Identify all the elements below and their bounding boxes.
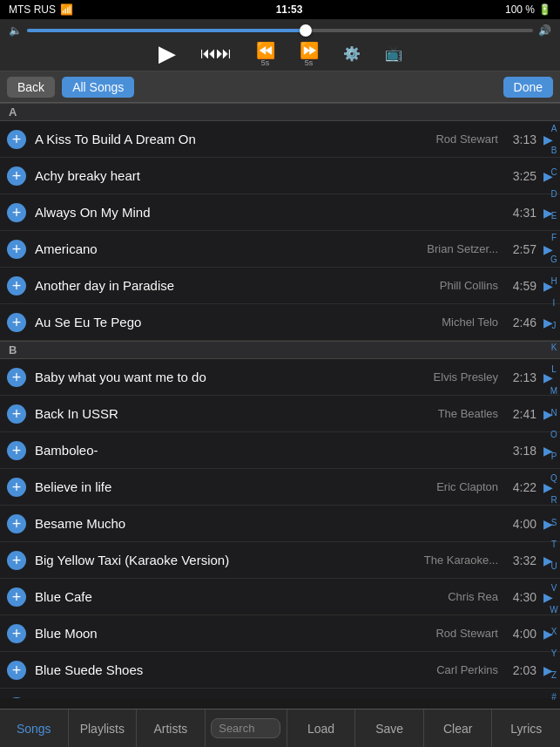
alpha-letter-c[interactable]: C [550,168,557,177]
song-row[interactable]: +Back In USSRThe Beatles2:41▶ [0,396,560,432]
song-duration: 3:18 [507,444,536,458]
alpha-letter-v[interactable]: V [551,584,557,593]
alpha-letter-h[interactable]: H [550,277,557,286]
tab-save[interactable]: Save [355,710,424,747]
song-title: Another day in Paradise [35,278,440,293]
skip-back-button[interactable]: ⏪ [256,41,275,60]
add-song-button[interactable]: + [7,313,26,332]
alpha-letter-e[interactable]: E [551,212,557,221]
alpha-letter-a[interactable]: A [551,125,557,133]
alpha-letter-g[interactable]: G [550,255,557,264]
song-duration: 4:59 [507,279,536,293]
song-row[interactable]: +Au Se Eu Te PegoMichel Telo2:46▶ [0,304,560,341]
tab-lyrics[interactable]: Lyrics [492,710,560,747]
song-list[interactable]: A+A Kiss To Build A Dream OnRod Stewart3… [0,103,560,698]
done-button[interactable]: Done [503,77,553,98]
song-row[interactable]: +Bamboleo-3:18▶ [0,432,560,469]
alpha-letter-d[interactable]: D [550,190,557,199]
battery-icon: 🔋 [538,3,551,16]
add-song-button[interactable]: + [7,661,26,680]
song-title: Believe in life [35,479,436,494]
add-song-button[interactable]: + [7,478,26,497]
add-song-button[interactable]: + [7,587,26,607]
alpha-letter-p[interactable]: P [551,452,557,461]
alpha-letter-s[interactable]: S [551,519,557,527]
add-song-button[interactable]: + [7,130,26,149]
tab-songs[interactable]: Songs [0,710,69,747]
alpha-letter-b[interactable]: B [551,146,557,155]
status-left: MTS RUS 📶 [9,3,73,16]
song-row[interactable]: +Blue MoonRod Stewart4:00▶ [0,615,560,652]
skip-forward-button[interactable]: ⏩ [300,41,319,60]
alpha-letter-t[interactable]: T [551,540,557,549]
alpha-letter-l[interactable]: L [551,365,557,374]
tab-artists[interactable]: Artists [137,710,206,747]
progress-thumb [300,24,312,37]
alpha-letter-i[interactable]: I [553,299,556,308]
all-songs-button[interactable]: All Songs [62,77,134,98]
search-input[interactable] [211,718,280,738]
alpha-letter-u[interactable]: U [550,562,557,571]
song-title: Big Yellow Taxi (Karaoke Version) [35,553,424,567]
alpha-letter-j[interactable]: J [552,322,557,330]
song-row[interactable]: +Besame Mucho4:00▶ [0,506,560,542]
song-row[interactable]: +Always On My Mind4:31▶ [0,194,560,231]
alpha-letter-k[interactable]: K [551,343,557,352]
song-row[interactable]: +AmericanoBrian Setzer...2:57▶ [0,231,560,268]
song-row[interactable]: +Believe in lifeEric Clapton4:22▶ [0,469,560,506]
add-song-button[interactable]: + [7,166,26,186]
add-song-button[interactable]: + [7,697,26,699]
play-pause-button[interactable]: ⏮⏭ [200,44,232,63]
song-title: Always On My Mind [35,205,507,220]
tab-playlists[interactable]: Playlists [69,710,138,747]
tab-clear-label: Clear [443,722,472,736]
alpha-letter-m[interactable]: M [550,387,557,396]
song-artist: Brian Setzer... [427,242,498,255]
song-row[interactable]: +Baby what you want me to doElvis Presle… [0,359,560,396]
add-song-button[interactable]: + [7,551,26,570]
song-row[interactable]: +Big Yellow Taxi (Karaoke Version)The Ka… [0,542,560,579]
song-row[interactable]: +But Not For MeRod Stewart3:21▶ [0,689,560,698]
volume-max-icon: 🔊 [538,24,551,37]
alpha-letter-#[interactable]: # [551,693,557,702]
airplay-button[interactable]: 📺 [385,45,402,62]
alpha-letter-z[interactable]: Z [551,671,557,680]
alpha-letter-r[interactable]: R [550,496,557,505]
tab-bar: Songs Playlists Artists Load Save Clear … [0,709,560,747]
add-song-button[interactable]: + [7,514,26,533]
add-song-button[interactable]: + [7,203,26,222]
song-artist: Chris Rea [448,590,498,603]
song-artist: Rod Stewart [435,132,498,146]
song-duration: 4:00 [507,627,536,641]
song-row[interactable]: +Blue Suede ShoesCarl Perkins2:03▶ [0,652,560,689]
alpha-letter-y[interactable]: Y [551,649,557,658]
song-duration: 2:13 [507,370,536,384]
play-button[interactable]: ▶ [159,40,176,67]
skip-forward-label: 5s [305,58,314,67]
alpha-letter-n[interactable]: N [550,409,557,418]
song-title: Baby what you want me to do [35,370,434,384]
back-button[interactable]: Back [7,77,55,98]
song-row[interactable]: +Another day in ParadisePhill Collins4:5… [0,268,560,304]
song-duration: 3:25 [507,169,536,183]
alpha-letter-w[interactable]: W [550,606,557,615]
settings-button[interactable]: ⚙️ [343,45,361,62]
alpha-letter-x[interactable]: X [551,628,557,636]
alpha-letter-f[interactable]: F [551,234,557,242]
tab-clear[interactable]: Clear [424,710,493,747]
song-duration: 3:13 [507,132,536,146]
add-song-button[interactable]: + [7,404,26,424]
song-row[interactable]: +A Kiss To Build A Dream OnRod Stewart3:… [0,121,560,158]
song-row[interactable]: +Achy breaky heart3:25▶ [0,158,560,194]
add-song-button[interactable]: + [7,441,26,460]
add-song-button[interactable]: + [7,624,26,643]
tab-load[interactable]: Load [287,710,356,747]
song-row[interactable]: +Blue CafeChris Rea4:30▶ [0,579,560,615]
add-song-button[interactable]: + [7,276,26,295]
alpha-letter-o[interactable]: O [550,431,557,439]
progress-track[interactable] [27,29,533,32]
status-right: 100 % 🔋 [505,3,551,16]
add-song-button[interactable]: + [7,240,26,259]
alpha-letter-q[interactable]: Q [550,474,557,483]
add-song-button[interactable]: + [7,368,26,387]
